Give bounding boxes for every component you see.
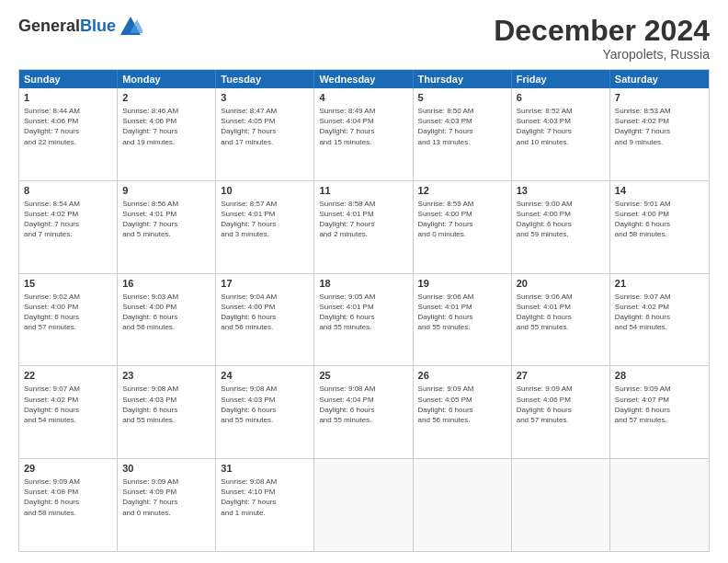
day-info: Sunrise: 9:08 AM Sunset: 4:03 PM Dayligh…: [122, 384, 210, 425]
day-cell-23: 23Sunrise: 9:08 AM Sunset: 4:03 PM Dayli…: [118, 366, 216, 458]
day-number: 16: [122, 277, 210, 291]
day-header-friday: Friday: [512, 70, 610, 88]
day-number: 27: [517, 369, 605, 383]
day-number: 9: [122, 184, 210, 198]
calendar-header: SundayMondayTuesdayWednesdayThursdayFrid…: [19, 70, 709, 88]
day-info: Sunrise: 8:46 AM Sunset: 4:06 PM Dayligh…: [122, 106, 210, 147]
day-number: 17: [221, 277, 309, 291]
day-number: 22: [24, 369, 112, 383]
empty-cell: [314, 459, 413, 551]
day-cell-27: 27Sunrise: 9:09 AM Sunset: 4:06 PM Dayli…: [512, 366, 610, 458]
day-number: 21: [615, 277, 704, 291]
empty-cell: [610, 459, 709, 551]
calendar-body: 1Sunrise: 8:44 AM Sunset: 4:06 PM Daylig…: [19, 88, 709, 551]
month-title: December 2024: [494, 15, 710, 47]
day-number: 19: [418, 277, 506, 291]
day-info: Sunrise: 9:07 AM Sunset: 4:02 PM Dayligh…: [615, 292, 704, 333]
day-cell-6: 6Sunrise: 8:52 AM Sunset: 4:03 PM Daylig…: [512, 88, 610, 180]
day-cell-18: 18Sunrise: 9:05 AM Sunset: 4:01 PM Dayli…: [314, 274, 413, 366]
day-info: Sunrise: 9:09 AM Sunset: 4:05 PM Dayligh…: [418, 384, 506, 425]
calendar-week-2: 8Sunrise: 8:54 AM Sunset: 4:02 PM Daylig…: [19, 181, 709, 274]
day-info: Sunrise: 8:50 AM Sunset: 4:03 PM Dayligh…: [418, 106, 506, 147]
day-info: Sunrise: 8:49 AM Sunset: 4:04 PM Dayligh…: [319, 106, 407, 147]
day-cell-12: 12Sunrise: 8:59 AM Sunset: 4:00 PM Dayli…: [414, 181, 512, 273]
day-info: Sunrise: 9:08 AM Sunset: 4:04 PM Dayligh…: [319, 384, 407, 425]
title-block: December 2024 Yaropolets, Russia: [494, 15, 710, 62]
day-header-wednesday: Wednesday: [314, 70, 413, 88]
day-info: Sunrise: 9:04 AM Sunset: 4:00 PM Dayligh…: [221, 292, 309, 333]
day-number: 12: [418, 184, 506, 198]
day-cell-17: 17Sunrise: 9:04 AM Sunset: 4:00 PM Dayli…: [216, 274, 314, 366]
day-cell-5: 5Sunrise: 8:50 AM Sunset: 4:03 PM Daylig…: [414, 88, 512, 180]
empty-cell: [414, 459, 512, 551]
logo-icon: [119, 15, 142, 39]
day-info: Sunrise: 8:54 AM Sunset: 4:02 PM Dayligh…: [24, 199, 112, 240]
day-info: Sunrise: 8:57 AM Sunset: 4:01 PM Dayligh…: [221, 199, 309, 240]
day-header-monday: Monday: [118, 70, 216, 88]
location: Yaropolets, Russia: [494, 47, 710, 62]
day-number: 13: [517, 184, 605, 198]
day-number: 4: [319, 91, 407, 105]
day-cell-10: 10Sunrise: 8:57 AM Sunset: 4:01 PM Dayli…: [216, 181, 314, 273]
day-number: 3: [221, 91, 309, 105]
day-header-thursday: Thursday: [414, 70, 512, 88]
day-cell-16: 16Sunrise: 9:03 AM Sunset: 4:00 PM Dayli…: [118, 274, 216, 366]
day-cell-2: 2Sunrise: 8:46 AM Sunset: 4:06 PM Daylig…: [118, 88, 216, 180]
day-cell-24: 24Sunrise: 9:08 AM Sunset: 4:03 PM Dayli…: [216, 366, 314, 458]
day-cell-14: 14Sunrise: 9:01 AM Sunset: 4:00 PM Dayli…: [610, 181, 709, 273]
day-cell-15: 15Sunrise: 9:02 AM Sunset: 4:00 PM Dayli…: [19, 274, 118, 366]
day-cell-1: 1Sunrise: 8:44 AM Sunset: 4:06 PM Daylig…: [19, 88, 118, 180]
day-number: 15: [24, 277, 112, 291]
day-info: Sunrise: 9:05 AM Sunset: 4:01 PM Dayligh…: [319, 292, 407, 333]
day-number: 10: [221, 184, 309, 198]
calendar: SundayMondayTuesdayWednesdayThursdayFrid…: [18, 69, 710, 552]
day-info: Sunrise: 9:08 AM Sunset: 4:03 PM Dayligh…: [221, 384, 309, 425]
day-info: Sunrise: 8:59 AM Sunset: 4:00 PM Dayligh…: [418, 199, 506, 240]
day-number: 23: [122, 369, 210, 383]
day-number: 18: [319, 277, 407, 291]
day-cell-20: 20Sunrise: 9:06 AM Sunset: 4:01 PM Dayli…: [512, 274, 610, 366]
day-number: 31: [221, 462, 309, 476]
calendar-week-3: 15Sunrise: 9:02 AM Sunset: 4:00 PM Dayli…: [19, 274, 709, 367]
day-info: Sunrise: 8:52 AM Sunset: 4:03 PM Dayligh…: [517, 106, 605, 147]
day-cell-13: 13Sunrise: 9:00 AM Sunset: 4:00 PM Dayli…: [512, 181, 610, 273]
day-info: Sunrise: 9:06 AM Sunset: 4:01 PM Dayligh…: [517, 292, 605, 333]
day-info: Sunrise: 9:00 AM Sunset: 4:00 PM Dayligh…: [517, 199, 605, 240]
header: GeneralBlue December 2024 Yaropolets, Ru…: [18, 15, 710, 62]
logo-text: GeneralBlue: [18, 17, 116, 36]
calendar-week-1: 1Sunrise: 8:44 AM Sunset: 4:06 PM Daylig…: [19, 88, 709, 181]
day-cell-11: 11Sunrise: 8:58 AM Sunset: 4:01 PM Dayli…: [314, 181, 413, 273]
day-cell-28: 28Sunrise: 9:09 AM Sunset: 4:07 PM Dayli…: [610, 366, 709, 458]
day-info: Sunrise: 9:03 AM Sunset: 4:00 PM Dayligh…: [122, 292, 210, 333]
day-cell-9: 9Sunrise: 8:56 AM Sunset: 4:01 PM Daylig…: [118, 181, 216, 273]
day-cell-26: 26Sunrise: 9:09 AM Sunset: 4:05 PM Dayli…: [414, 366, 512, 458]
page: GeneralBlue December 2024 Yaropolets, Ru…: [0, 0, 728, 563]
day-info: Sunrise: 9:08 AM Sunset: 4:10 PM Dayligh…: [221, 477, 309, 518]
day-cell-22: 22Sunrise: 9:07 AM Sunset: 4:02 PM Dayli…: [19, 366, 118, 458]
day-number: 14: [615, 184, 704, 198]
day-info: Sunrise: 9:09 AM Sunset: 4:06 PM Dayligh…: [517, 384, 605, 425]
day-number: 1: [24, 91, 112, 105]
day-cell-8: 8Sunrise: 8:54 AM Sunset: 4:02 PM Daylig…: [19, 181, 118, 273]
day-number: 8: [24, 184, 112, 198]
day-info: Sunrise: 9:01 AM Sunset: 4:00 PM Dayligh…: [615, 199, 704, 240]
day-cell-3: 3Sunrise: 8:47 AM Sunset: 4:05 PM Daylig…: [216, 88, 314, 180]
day-cell-19: 19Sunrise: 9:06 AM Sunset: 4:01 PM Dayli…: [414, 274, 512, 366]
day-cell-21: 21Sunrise: 9:07 AM Sunset: 4:02 PM Dayli…: [610, 274, 709, 366]
day-info: Sunrise: 9:09 AM Sunset: 4:08 PM Dayligh…: [24, 477, 112, 518]
day-number: 11: [319, 184, 407, 198]
day-number: 26: [418, 369, 506, 383]
calendar-week-4: 22Sunrise: 9:07 AM Sunset: 4:02 PM Dayli…: [19, 366, 709, 459]
day-number: 30: [122, 462, 210, 476]
calendar-week-5: 29Sunrise: 9:09 AM Sunset: 4:08 PM Dayli…: [19, 459, 709, 551]
day-number: 29: [24, 462, 112, 476]
day-info: Sunrise: 8:56 AM Sunset: 4:01 PM Dayligh…: [122, 199, 210, 240]
day-number: 25: [319, 369, 407, 383]
day-cell-25: 25Sunrise: 9:08 AM Sunset: 4:04 PM Dayli…: [314, 366, 413, 458]
day-info: Sunrise: 9:07 AM Sunset: 4:02 PM Dayligh…: [24, 384, 112, 425]
day-info: Sunrise: 8:47 AM Sunset: 4:05 PM Dayligh…: [221, 106, 309, 147]
day-info: Sunrise: 9:06 AM Sunset: 4:01 PM Dayligh…: [418, 292, 506, 333]
day-cell-4: 4Sunrise: 8:49 AM Sunset: 4:04 PM Daylig…: [314, 88, 413, 180]
day-info: Sunrise: 8:44 AM Sunset: 4:06 PM Dayligh…: [24, 106, 112, 147]
day-header-sunday: Sunday: [19, 70, 118, 88]
